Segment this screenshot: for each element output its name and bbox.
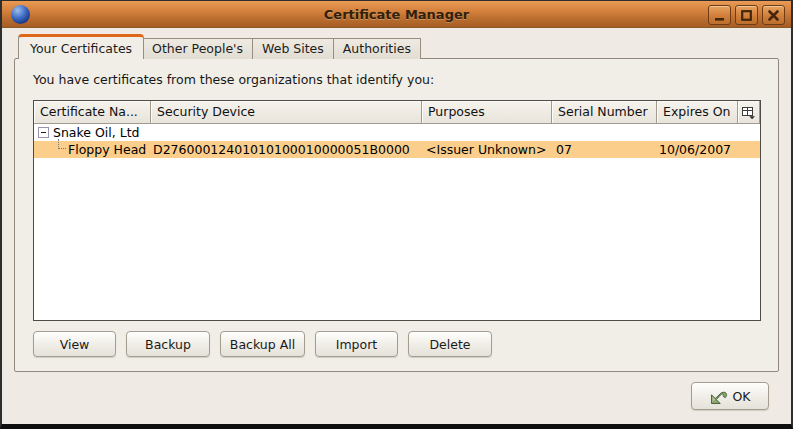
backup-button[interactable]: Backup bbox=[126, 331, 210, 357]
minimize-icon bbox=[713, 9, 726, 22]
tab-other-peoples[interactable]: Other People's bbox=[143, 38, 253, 59]
column-header-purposes[interactable]: Purposes bbox=[422, 101, 552, 124]
import-button[interactable]: Import bbox=[315, 331, 398, 357]
globe-icon bbox=[11, 5, 30, 24]
ok-button-label: OK bbox=[732, 389, 750, 404]
window-controls bbox=[708, 5, 785, 25]
delete-button[interactable]: Delete bbox=[408, 331, 492, 357]
cell-serial-number: 07 bbox=[552, 141, 657, 158]
tab-web-sites[interactable]: Web Sites bbox=[253, 38, 334, 59]
cell-security-device: D27600012401010100010000051B0000 bbox=[151, 141, 422, 158]
your-certificates-panel: You have certificates from these organiz… bbox=[14, 58, 779, 372]
ok-button[interactable]: OK bbox=[691, 382, 769, 410]
backup-all-button[interactable]: Backup All bbox=[220, 331, 305, 357]
cell-certificate-name: Floppy Head bbox=[34, 141, 151, 158]
column-header-certificate-name[interactable]: Certificate Na... bbox=[34, 101, 151, 124]
column-header-expires-on[interactable]: Expires On bbox=[657, 101, 738, 124]
collapse-expander-icon[interactable] bbox=[38, 127, 49, 138]
table-row-group-snake-oil[interactable]: Snake Oil, Ltd bbox=[34, 124, 760, 141]
description-text: You have certificates from these organiz… bbox=[33, 72, 434, 87]
action-button-row: View Backup Backup All Import Delete bbox=[33, 331, 492, 357]
minimize-button[interactable] bbox=[708, 5, 731, 25]
certificate-manager-window: Certificate Manager Your Certificates Ot… bbox=[0, 0, 793, 429]
column-picker-button[interactable] bbox=[738, 101, 760, 124]
cell-expires-on: 10/06/2007 bbox=[657, 141, 738, 158]
table-row-certificate-floppy-head[interactable]: Floppy Head D27600012401010100010000051B… bbox=[34, 141, 760, 158]
close-button[interactable] bbox=[762, 5, 785, 25]
maximize-icon bbox=[740, 9, 753, 22]
cell-purposes: <Issuer Unknown> bbox=[422, 141, 552, 158]
column-header-security-device[interactable]: Security Device bbox=[151, 101, 422, 124]
titlebar: Certificate Manager bbox=[2, 1, 791, 28]
tab-authorities[interactable]: Authorities bbox=[334, 38, 421, 59]
close-icon bbox=[767, 9, 780, 22]
tab-your-certificates[interactable]: Your Certificates bbox=[18, 34, 144, 59]
column-header-serial-number[interactable]: Serial Number bbox=[552, 101, 657, 124]
table-body: Snake Oil, Ltd Floppy Head D276000124010… bbox=[34, 124, 760, 320]
window-title: Certificate Manager bbox=[2, 7, 791, 22]
certificate-table: Certificate Na... Security Device Purpos… bbox=[33, 100, 761, 321]
view-button[interactable]: View bbox=[33, 331, 116, 357]
maximize-button[interactable] bbox=[735, 5, 758, 25]
tree-branch-line bbox=[58, 139, 66, 149]
column-picker-icon bbox=[741, 105, 756, 120]
table-header-row: Certificate Na... Security Device Purpos… bbox=[34, 101, 760, 124]
green-arrow-ok-icon bbox=[709, 386, 729, 406]
tab-bar: Your Certificates Other People's Web Sit… bbox=[18, 34, 421, 59]
